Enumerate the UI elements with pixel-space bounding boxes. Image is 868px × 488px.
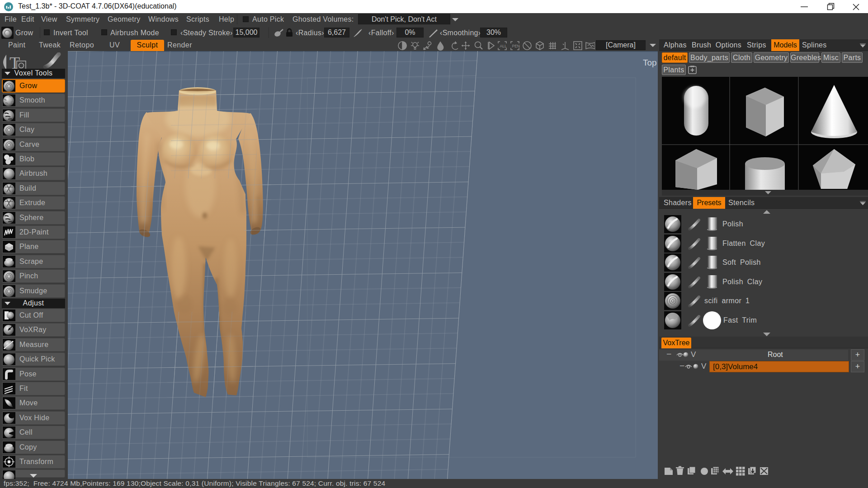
svg-text:Top: Top	[643, 58, 657, 67]
svg-text:PEN: PEN	[512, 44, 520, 48]
svg-text:ALL: ALL	[500, 44, 507, 48]
